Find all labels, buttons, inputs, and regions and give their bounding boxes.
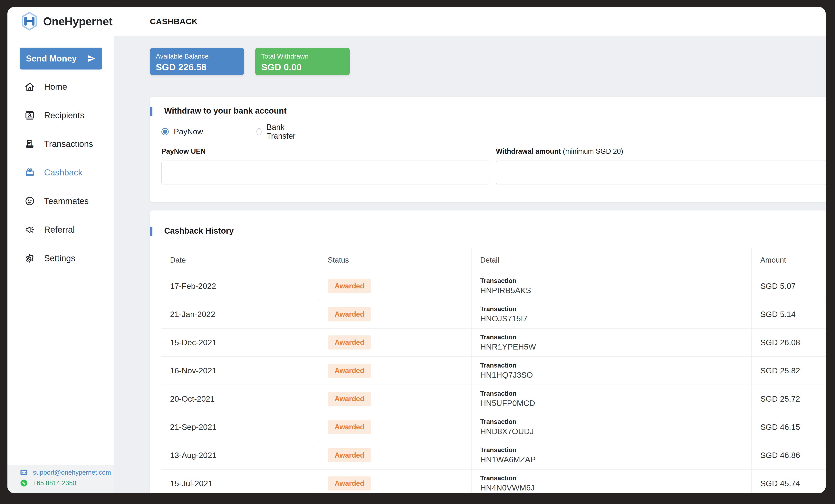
row-amount: SGD 5.14 <box>751 300 826 328</box>
detail-title: Transaction <box>480 362 751 369</box>
megaphone-icon <box>24 224 35 235</box>
section-accent-bar <box>150 227 152 236</box>
row-status: Awarded <box>319 413 471 441</box>
status-badge: Awarded <box>328 392 371 406</box>
withdrawn-value: SGD 0.00 <box>261 62 344 72</box>
row-date: 20-Oct-2021 <box>161 384 319 413</box>
row-detail: Transaction HN1WA6MZAP <box>471 441 751 469</box>
row-detail: Transaction HND8X7OUDJ <box>471 413 751 441</box>
row-amount: SGD 46.15 <box>751 413 826 441</box>
detail-code: HN1HQ7J3SO <box>480 371 751 380</box>
column-header-detail: Detail <box>471 248 751 272</box>
paper-plane-icon <box>87 54 96 63</box>
section-accent-bar <box>150 107 152 116</box>
hexagon-logo-icon <box>22 12 37 30</box>
paynow-uen-input[interactable] <box>161 161 489 185</box>
row-status: Awarded <box>319 272 471 300</box>
row-detail: Transaction HN1HQ7J3SO <box>471 356 751 384</box>
detail-title: Transaction <box>480 390 751 397</box>
support-email-link[interactable]: support@onehypernet.com <box>7 467 114 478</box>
page-content: Available Balance SGD 226.58 Total Withd… <box>114 36 826 493</box>
row-amount: SGD 45.74 <box>751 469 826 493</box>
bank-transfer-radio[interactable]: Bank Transfer <box>257 123 298 140</box>
home-icon <box>24 81 35 92</box>
radio-unselected-icon <box>257 128 262 135</box>
app-window: OneHypernet Send Money Home <box>7 7 826 493</box>
page-title: CASHBACK <box>150 17 198 26</box>
row-date: 21-Jan-2022 <box>161 300 319 328</box>
radio-selected-icon <box>161 128 169 135</box>
detail-title: Transaction <box>480 333 751 341</box>
withdraw-title: Withdraw to your bank account <box>164 106 287 115</box>
row-amount: SGD 26.08 <box>751 328 826 356</box>
detail-title: Transaction <box>480 475 751 482</box>
row-amount: SGD 25.82 <box>751 356 826 384</box>
row-status: Awarded <box>319 300 471 328</box>
paynow-radio[interactable]: PayNow <box>161 127 203 136</box>
support-phone-link[interactable]: +65 8814 2350 <box>7 478 114 488</box>
send-money-label: Send Money <box>26 54 77 63</box>
withdrawal-amount-input[interactable] <box>496 161 826 185</box>
sidebar-item-teammates[interactable]: Teammates <box>7 187 114 215</box>
gift-icon <box>24 167 35 178</box>
row-detail: Transaction HNPIRB5AKS <box>471 272 751 300</box>
detail-code: HNPIRB5AKS <box>480 286 751 295</box>
send-money-button[interactable]: Send Money <box>20 47 102 69</box>
status-badge: Awarded <box>328 307 371 321</box>
bank-transfer-radio-label: Bank Transfer <box>267 123 298 140</box>
paynow-uen-label: PayNow UEN <box>161 147 206 155</box>
detail-code: HND8X7OUDJ <box>480 427 751 436</box>
brand-logo: OneHypernet <box>22 12 112 30</box>
total-withdrawn-card: Total Withdrawn SGD 0.00 <box>255 48 350 75</box>
row-amount: SGD 46.86 <box>751 441 826 469</box>
row-detail: Transaction HN4N0VWM6J <box>471 469 751 493</box>
detail-code: HNOJS715I7 <box>480 314 751 323</box>
sidebar-item-recipients[interactable]: Recipients <box>7 101 114 130</box>
status-badge: Awarded <box>328 364 371 378</box>
row-amount: SGD 5.07 <box>751 272 826 300</box>
row-detail: Transaction HNR1YPEH5W <box>471 328 751 356</box>
sidebar-item-label: Teammates <box>44 196 88 206</box>
sidebar-item-settings[interactable]: Settings <box>7 244 114 273</box>
status-badge: Awarded <box>328 476 371 490</box>
detail-title: Transaction <box>480 277 751 285</box>
gear-icon <box>24 253 35 264</box>
support-email: support@onehypernet.com <box>33 469 111 476</box>
sidebar-item-label: Settings <box>44 253 75 263</box>
withdraw-method-options: PayNow Bank Transfer <box>161 126 203 137</box>
column-header-date: Date <box>161 248 319 272</box>
row-status: Awarded <box>319 356 471 384</box>
sidebar-item-transactions[interactable]: Transactions <box>7 130 114 158</box>
status-badge: Awarded <box>328 279 371 293</box>
sidebar-menu: Home Recipients Transactions <box>7 72 114 273</box>
row-date: 16-Nov-2021 <box>161 356 319 384</box>
row-status: Awarded <box>319 384 471 413</box>
brand-name: OneHypernet <box>43 15 112 28</box>
detail-title: Transaction <box>480 305 751 313</box>
detail-code: HNR1YPEH5W <box>480 342 751 352</box>
main-area: CASHBACK Available Balance SGD 226.58 To… <box>114 7 826 493</box>
sidebar-footer: support@onehypernet.com +65 8814 2350 <box>7 465 114 493</box>
row-date: 21-Sep-2021 <box>161 413 319 441</box>
sidebar-item-label: Referral <box>44 225 75 235</box>
row-date: 17-Feb-2022 <box>161 272 319 300</box>
sidebar-item-home[interactable]: Home <box>7 72 114 101</box>
sidebar-item-label: Cashback <box>44 168 82 177</box>
row-detail: Transaction HNOJS715I7 <box>471 300 751 328</box>
row-amount: SGD 25.72 <box>751 384 826 413</box>
sidebar-item-label: Transactions <box>44 139 93 149</box>
paynow-radio-label: PayNow <box>174 127 203 136</box>
sidebar-item-cashback[interactable]: Cashback <box>7 158 114 187</box>
teammates-face-icon <box>24 196 35 206</box>
support-phone: +65 8814 2350 <box>33 479 76 487</box>
sidebar-item-label: Home <box>44 82 67 92</box>
balance-value: SGD 226.58 <box>156 62 238 72</box>
column-header-status: Status <box>319 248 471 272</box>
status-badge: Awarded <box>328 448 371 462</box>
sidebar-item-referral[interactable]: Referral <box>7 215 114 244</box>
row-date: 15-Jul-2021 <box>161 469 319 493</box>
id-card-icon <box>24 110 35 121</box>
row-status: Awarded <box>319 328 471 356</box>
email-icon <box>20 468 28 476</box>
cashback-history-table: Date Status Detail Amount 17-Feb-2022 Aw… <box>161 248 826 493</box>
